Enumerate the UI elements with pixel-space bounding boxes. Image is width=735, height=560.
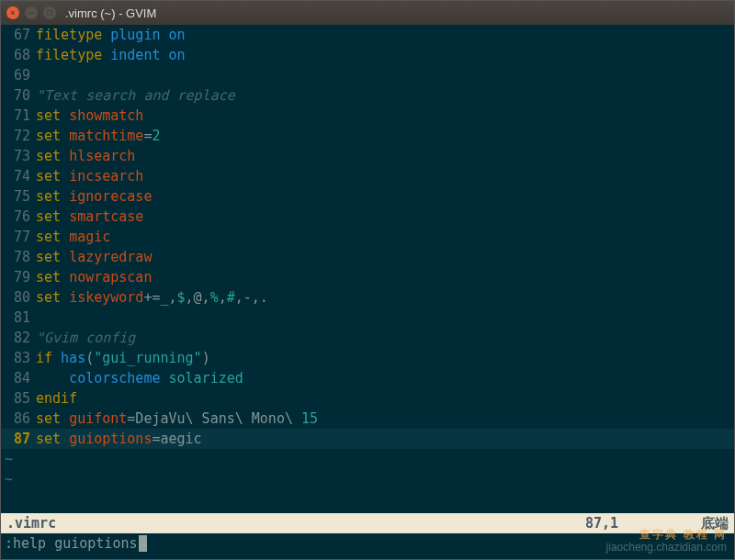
code-content: "Text search and replace [36,85,235,106]
code-content: filetype indent on [36,45,186,65]
line-number: 80 [1,287,36,308]
code-line[interactable]: 82"Gvim config [1,328,734,348]
line-number: 74 [1,166,36,186]
tilde-line: ~ [1,469,734,489]
status-filename: .vimrc [6,513,56,533]
code-content: "Gvim config [36,328,135,348]
code-content: set ignorecase [36,186,152,207]
line-number: 87 [1,429,36,449]
line-number: 86 [1,409,36,429]
window-title: .vimrc (~) - GVIM [65,6,156,20]
close-icon[interactable]: × [6,6,19,19]
line-number: 68 [1,45,36,65]
code-content: set lazyredraw [36,247,152,267]
line-number: 76 [1,207,36,227]
line-number: 81 [1,308,36,328]
code-content: set showmatch [36,106,143,126]
code-line[interactable]: 75set ignorecase [1,186,734,207]
code-content: set guifont=DejaVu\ Sans\ Mono\ 15 [36,409,318,429]
line-number: 82 [1,328,36,348]
line-number: 84 [1,368,36,388]
code-content: colorscheme solarized [36,368,243,388]
code-line[interactable]: 84 colorscheme solarized [1,368,734,388]
code-line[interactable]: 76set smartcase [1,207,734,227]
code-content: set matchtime=2 [36,126,160,146]
code-line[interactable]: 86set guifont=DejaVu\ Sans\ Mono\ 15 [1,409,734,429]
code-line[interactable]: 69 [1,65,734,85]
code-content: set magic [36,227,110,247]
maximize-icon[interactable]: □ [43,6,56,19]
window-titlebar: × – □ .vimrc (~) - GVIM [1,1,734,25]
code-content: set nowrapscan [36,267,152,287]
code-line[interactable]: 78set lazyredraw [1,247,734,267]
code-line[interactable]: 83if has("gui_running") [1,348,734,368]
line-number: 75 [1,186,36,207]
line-number: 77 [1,227,36,247]
line-number: 72 [1,126,36,146]
line-number: 83 [1,348,36,368]
command-text: :help guioptions [5,533,138,554]
line-number: 69 [1,65,36,85]
line-number: 73 [1,146,36,166]
editor-area[interactable]: 67filetype plugin on68filetype indent on… [1,25,734,559]
code-content: set incsearch [36,166,143,186]
line-number: 79 [1,267,36,287]
code-content: set smartcase [36,207,143,227]
code-line[interactable]: 87set guioptions=aegic [1,429,734,449]
code-line[interactable]: 77set magic [1,227,734,247]
code-line[interactable]: 74set incsearch [1,166,734,186]
code-content: set guioptions=aegic [36,429,202,449]
watermark-bottom: jiaocheng.chazidian.com [606,541,727,554]
code-content: set hlsearch [36,146,135,166]
line-number: 70 [1,85,36,106]
code-line[interactable]: 79set nowrapscan [1,267,734,287]
line-number: 85 [1,388,36,409]
code-content: set iskeyword+=_,$,@,%,#,-,. [36,287,268,308]
line-number: 67 [1,25,36,45]
code-line[interactable]: 67filetype plugin on [1,25,734,45]
line-number: 71 [1,106,36,126]
code-line[interactable]: 70"Text search and replace [1,85,734,106]
code-line[interactable]: 73set hlsearch [1,146,734,166]
code-content: endif [36,388,77,409]
watermark: 查字典 教程 网 jiaocheng.chazidian.com [606,528,727,554]
code-content: if has("gui_running") [36,348,210,368]
watermark-top: 查字典 教程 网 [606,528,727,541]
minimize-icon[interactable]: – [25,6,38,19]
line-number: 78 [1,247,36,267]
code-line[interactable]: 85endif [1,388,734,409]
code-line[interactable]: 71set showmatch [1,106,734,126]
code-line[interactable]: 68filetype indent on [1,45,734,65]
cursor-icon [139,535,147,552]
code-line[interactable]: 80set iskeyword+=_,$,@,%,#,-,. [1,287,734,308]
code-content: filetype plugin on [36,25,186,45]
tilde-line: ~ [1,449,734,469]
code-line[interactable]: 72set matchtime=2 [1,126,734,146]
window-buttons: × – □ [6,6,56,19]
code-line[interactable]: 81 [1,308,734,328]
